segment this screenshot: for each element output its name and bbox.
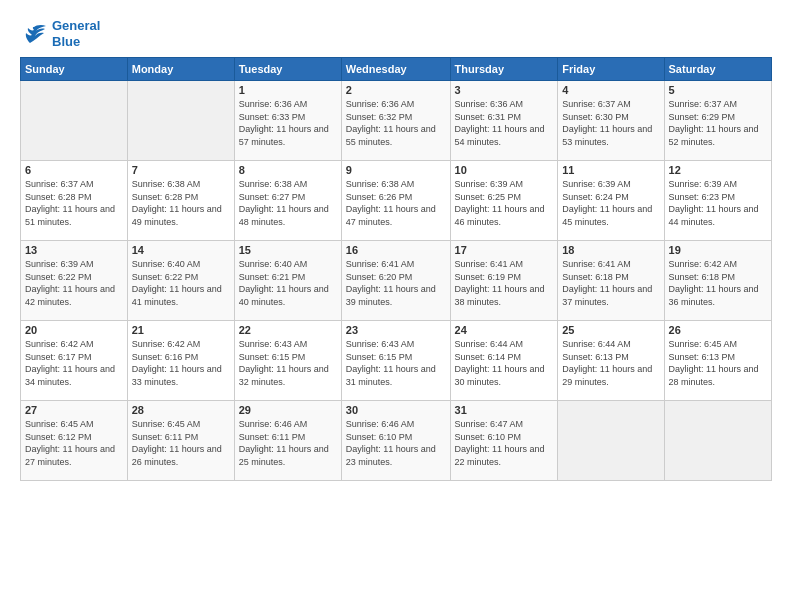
day-number: 22 — [239, 324, 337, 336]
calendar-cell: 31Sunrise: 6:47 AM Sunset: 6:10 PM Dayli… — [450, 401, 558, 481]
day-number: 15 — [239, 244, 337, 256]
day-number: 20 — [25, 324, 123, 336]
weekday-header-tuesday: Tuesday — [234, 58, 341, 81]
day-info: Sunrise: 6:36 AM Sunset: 6:33 PM Dayligh… — [239, 98, 337, 148]
day-number: 8 — [239, 164, 337, 176]
calendar-cell: 23Sunrise: 6:43 AM Sunset: 6:15 PM Dayli… — [341, 321, 450, 401]
calendar-week-4: 20Sunrise: 6:42 AM Sunset: 6:17 PM Dayli… — [21, 321, 772, 401]
day-info: Sunrise: 6:39 AM Sunset: 6:22 PM Dayligh… — [25, 258, 123, 308]
calendar-cell — [21, 81, 128, 161]
day-info: Sunrise: 6:38 AM Sunset: 6:28 PM Dayligh… — [132, 178, 230, 228]
calendar-cell — [558, 401, 664, 481]
day-number: 19 — [669, 244, 767, 256]
calendar-cell: 24Sunrise: 6:44 AM Sunset: 6:14 PM Dayli… — [450, 321, 558, 401]
calendar-cell — [127, 81, 234, 161]
day-number: 23 — [346, 324, 446, 336]
day-info: Sunrise: 6:40 AM Sunset: 6:21 PM Dayligh… — [239, 258, 337, 308]
weekday-header-thursday: Thursday — [450, 58, 558, 81]
day-info: Sunrise: 6:43 AM Sunset: 6:15 PM Dayligh… — [346, 338, 446, 388]
day-info: Sunrise: 6:46 AM Sunset: 6:10 PM Dayligh… — [346, 418, 446, 468]
day-info: Sunrise: 6:45 AM Sunset: 6:13 PM Dayligh… — [669, 338, 767, 388]
calendar-cell: 10Sunrise: 6:39 AM Sunset: 6:25 PM Dayli… — [450, 161, 558, 241]
day-info: Sunrise: 6:43 AM Sunset: 6:15 PM Dayligh… — [239, 338, 337, 388]
calendar-cell: 3Sunrise: 6:36 AM Sunset: 6:31 PM Daylig… — [450, 81, 558, 161]
day-number: 4 — [562, 84, 659, 96]
day-info: Sunrise: 6:38 AM Sunset: 6:26 PM Dayligh… — [346, 178, 446, 228]
day-number: 30 — [346, 404, 446, 416]
day-number: 16 — [346, 244, 446, 256]
day-number: 5 — [669, 84, 767, 96]
day-number: 24 — [455, 324, 554, 336]
day-info: Sunrise: 6:42 AM Sunset: 6:17 PM Dayligh… — [25, 338, 123, 388]
calendar-cell: 8Sunrise: 6:38 AM Sunset: 6:27 PM Daylig… — [234, 161, 341, 241]
day-number: 9 — [346, 164, 446, 176]
calendar-cell: 29Sunrise: 6:46 AM Sunset: 6:11 PM Dayli… — [234, 401, 341, 481]
weekday-header-friday: Friday — [558, 58, 664, 81]
calendar-cell: 11Sunrise: 6:39 AM Sunset: 6:24 PM Dayli… — [558, 161, 664, 241]
day-number: 2 — [346, 84, 446, 96]
calendar-cell: 27Sunrise: 6:45 AM Sunset: 6:12 PM Dayli… — [21, 401, 128, 481]
day-info: Sunrise: 6:45 AM Sunset: 6:11 PM Dayligh… — [132, 418, 230, 468]
day-number: 28 — [132, 404, 230, 416]
page-header: General Blue — [20, 18, 772, 49]
calendar-cell: 17Sunrise: 6:41 AM Sunset: 6:19 PM Dayli… — [450, 241, 558, 321]
weekday-header-monday: Monday — [127, 58, 234, 81]
day-number: 1 — [239, 84, 337, 96]
day-number: 31 — [455, 404, 554, 416]
day-info: Sunrise: 6:39 AM Sunset: 6:24 PM Dayligh… — [562, 178, 659, 228]
day-info: Sunrise: 6:37 AM Sunset: 6:28 PM Dayligh… — [25, 178, 123, 228]
calendar-cell: 30Sunrise: 6:46 AM Sunset: 6:10 PM Dayli… — [341, 401, 450, 481]
day-info: Sunrise: 6:42 AM Sunset: 6:16 PM Dayligh… — [132, 338, 230, 388]
calendar-week-2: 6Sunrise: 6:37 AM Sunset: 6:28 PM Daylig… — [21, 161, 772, 241]
calendar-cell: 1Sunrise: 6:36 AM Sunset: 6:33 PM Daylig… — [234, 81, 341, 161]
day-number: 21 — [132, 324, 230, 336]
calendar-cell: 5Sunrise: 6:37 AM Sunset: 6:29 PM Daylig… — [664, 81, 771, 161]
calendar-cell: 28Sunrise: 6:45 AM Sunset: 6:11 PM Dayli… — [127, 401, 234, 481]
day-number: 14 — [132, 244, 230, 256]
day-info: Sunrise: 6:37 AM Sunset: 6:30 PM Dayligh… — [562, 98, 659, 148]
calendar-cell: 6Sunrise: 6:37 AM Sunset: 6:28 PM Daylig… — [21, 161, 128, 241]
day-info: Sunrise: 6:39 AM Sunset: 6:23 PM Dayligh… — [669, 178, 767, 228]
logo-bird-icon — [20, 23, 48, 45]
calendar-cell: 2Sunrise: 6:36 AM Sunset: 6:32 PM Daylig… — [341, 81, 450, 161]
day-number: 11 — [562, 164, 659, 176]
day-number: 27 — [25, 404, 123, 416]
day-number: 25 — [562, 324, 659, 336]
calendar-week-1: 1Sunrise: 6:36 AM Sunset: 6:33 PM Daylig… — [21, 81, 772, 161]
day-number: 29 — [239, 404, 337, 416]
logo-text: General Blue — [52, 18, 100, 49]
calendar-cell: 4Sunrise: 6:37 AM Sunset: 6:30 PM Daylig… — [558, 81, 664, 161]
weekday-header-sunday: Sunday — [21, 58, 128, 81]
day-number: 17 — [455, 244, 554, 256]
day-info: Sunrise: 6:41 AM Sunset: 6:20 PM Dayligh… — [346, 258, 446, 308]
day-info: Sunrise: 6:40 AM Sunset: 6:22 PM Dayligh… — [132, 258, 230, 308]
calendar-cell: 26Sunrise: 6:45 AM Sunset: 6:13 PM Dayli… — [664, 321, 771, 401]
day-number: 26 — [669, 324, 767, 336]
calendar-cell: 18Sunrise: 6:41 AM Sunset: 6:18 PM Dayli… — [558, 241, 664, 321]
day-info: Sunrise: 6:44 AM Sunset: 6:14 PM Dayligh… — [455, 338, 554, 388]
calendar-cell: 16Sunrise: 6:41 AM Sunset: 6:20 PM Dayli… — [341, 241, 450, 321]
logo: General Blue — [20, 18, 100, 49]
day-number: 3 — [455, 84, 554, 96]
day-info: Sunrise: 6:44 AM Sunset: 6:13 PM Dayligh… — [562, 338, 659, 388]
day-info: Sunrise: 6:45 AM Sunset: 6:12 PM Dayligh… — [25, 418, 123, 468]
day-number: 7 — [132, 164, 230, 176]
calendar-table: SundayMondayTuesdayWednesdayThursdayFrid… — [20, 57, 772, 481]
calendar-cell: 20Sunrise: 6:42 AM Sunset: 6:17 PM Dayli… — [21, 321, 128, 401]
calendar-cell: 25Sunrise: 6:44 AM Sunset: 6:13 PM Dayli… — [558, 321, 664, 401]
weekday-header-wednesday: Wednesday — [341, 58, 450, 81]
day-info: Sunrise: 6:39 AM Sunset: 6:25 PM Dayligh… — [455, 178, 554, 228]
day-info: Sunrise: 6:36 AM Sunset: 6:32 PM Dayligh… — [346, 98, 446, 148]
calendar-week-5: 27Sunrise: 6:45 AM Sunset: 6:12 PM Dayli… — [21, 401, 772, 481]
calendar-cell: 15Sunrise: 6:40 AM Sunset: 6:21 PM Dayli… — [234, 241, 341, 321]
calendar-cell: 13Sunrise: 6:39 AM Sunset: 6:22 PM Dayli… — [21, 241, 128, 321]
calendar-cell: 22Sunrise: 6:43 AM Sunset: 6:15 PM Dayli… — [234, 321, 341, 401]
calendar-cell — [664, 401, 771, 481]
calendar-cell: 19Sunrise: 6:42 AM Sunset: 6:18 PM Dayli… — [664, 241, 771, 321]
day-number: 13 — [25, 244, 123, 256]
calendar-cell: 7Sunrise: 6:38 AM Sunset: 6:28 PM Daylig… — [127, 161, 234, 241]
calendar-cell: 21Sunrise: 6:42 AM Sunset: 6:16 PM Dayli… — [127, 321, 234, 401]
day-info: Sunrise: 6:47 AM Sunset: 6:10 PM Dayligh… — [455, 418, 554, 468]
weekday-header-saturday: Saturday — [664, 58, 771, 81]
day-info: Sunrise: 6:46 AM Sunset: 6:11 PM Dayligh… — [239, 418, 337, 468]
